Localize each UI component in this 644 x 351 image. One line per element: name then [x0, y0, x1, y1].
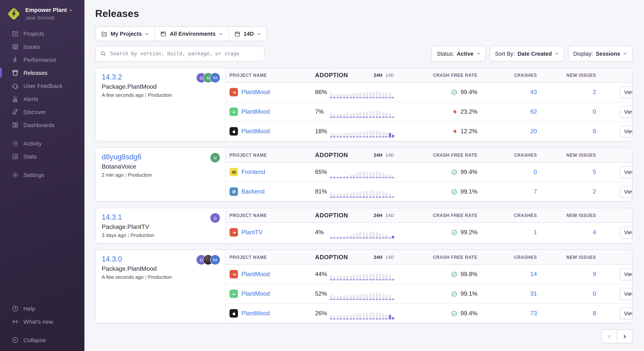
view-button[interactable]: View	[620, 268, 632, 280]
table-row: PlantMood 26% 99.4% 73 8 View	[226, 303, 632, 323]
project-link[interactable]: Frontend	[242, 169, 265, 176]
sidebar-item-releases[interactable]: Releases	[0, 66, 84, 79]
issues-icon	[12, 43, 19, 50]
new-issues-count[interactable]: 4	[593, 229, 596, 235]
trend-14d-toggle[interactable]: 14D	[386, 153, 394, 157]
org-switcher[interactable]: Empower Plant Jane Schmidt	[0, 0, 84, 27]
status-dropdown[interactable]: Status: Active	[432, 46, 486, 62]
sidebar-item-help[interactable]: Help	[0, 302, 84, 315]
avatar[interactable]: D	[210, 213, 220, 223]
projects-icon	[12, 30, 19, 37]
crash-free-value: 99.1%	[460, 188, 478, 195]
crashes-count[interactable]: 20	[530, 128, 537, 134]
trend-sparkline	[330, 309, 394, 319]
project-link[interactable]: PlantMood	[242, 271, 270, 278]
whats-new-icon	[12, 318, 19, 325]
project-link[interactable]: PlantMood	[242, 108, 270, 115]
discover-icon	[12, 108, 19, 115]
release-time: A few seconds ago	[102, 274, 144, 280]
sidebar-item-discover[interactable]: Discover	[0, 105, 84, 118]
crash-free-ok-icon	[451, 169, 458, 175]
view-button[interactable]: View	[620, 226, 632, 238]
sort-by-dropdown[interactable]: Sort By: Date Created	[490, 46, 564, 62]
view-button[interactable]: View	[620, 186, 632, 198]
sidebar-collapse-button[interactable]: Collapse	[0, 333, 84, 346]
crashes-count[interactable]: 43	[530, 89, 537, 95]
trend-24h-toggle[interactable]: 24H	[374, 213, 382, 218]
project-link[interactable]: PlantMood	[242, 290, 270, 297]
release-table: PROJECT NAME ADOPTION 24H 14D CRASH FREE…	[226, 68, 632, 141]
date-range-filter[interactable]: 14D	[228, 27, 266, 41]
trend-14d-toggle[interactable]: 14D	[386, 73, 394, 77]
project-link[interactable]: PlantTV	[242, 229, 262, 236]
chevron-right-icon	[622, 333, 628, 339]
release-version-link[interactable]: d8yug8sdg6	[102, 153, 219, 161]
new-issues-count[interactable]: 2	[593, 89, 596, 95]
search-input[interactable]	[110, 50, 260, 57]
project-filter[interactable]: My Projects	[96, 27, 154, 41]
trend-24h-toggle[interactable]: 24H	[374, 153, 382, 157]
view-button[interactable]: View	[620, 125, 632, 137]
view-button[interactable]: View	[620, 106, 632, 118]
avatar[interactable]: N	[210, 153, 220, 162]
environment-filter[interactable]: All Environments	[154, 27, 228, 41]
previous-page-button[interactable]	[602, 330, 617, 343]
trend-24h-toggle[interactable]: 24H	[374, 73, 382, 77]
sidebar-item-settings[interactable]: Settings	[0, 168, 84, 181]
sidebar-item-user-feedback[interactable]: User Feedback	[0, 79, 84, 92]
sidebar-item-whats-new[interactable]: What's new	[0, 315, 84, 328]
crashes-count[interactable]: 1	[534, 229, 537, 235]
release-info: 14.3.1 Package.PlantTV 3 days ago|Produc…	[96, 208, 226, 243]
release-version-link[interactable]: 14.3.1	[102, 213, 219, 222]
project-link[interactable]: PlantMood	[242, 310, 270, 317]
project-link[interactable]: Backend	[242, 188, 264, 195]
release-meta: 2 min ago|Production	[102, 172, 219, 178]
sidebar-item-projects[interactable]: Projects	[0, 27, 84, 40]
col-crash-free-rate: CRASH FREE RATE	[398, 255, 481, 259]
new-issues-count[interactable]: 0	[593, 108, 596, 115]
platform-icon-python	[230, 187, 238, 196]
crashes-count[interactable]: 0	[534, 169, 537, 175]
adoption-value: 26%	[311, 310, 332, 317]
sidebar-item-alerts[interactable]: Alerts	[0, 92, 84, 105]
new-issues-count[interactable]: 0	[593, 290, 596, 297]
trend-24h-toggle[interactable]: 24H	[374, 255, 382, 259]
display-dropdown[interactable]: Display: Sessions	[568, 46, 633, 62]
col-adoption: ADOPTION	[311, 72, 332, 79]
new-issues-count[interactable]: 8	[593, 128, 596, 134]
sidebar-item-performance[interactable]: Performance	[0, 53, 84, 66]
sidebar-item-stats[interactable]: Stats	[0, 150, 84, 163]
platform-icon-apple	[230, 127, 238, 136]
new-issues-count[interactable]: 2	[593, 188, 596, 195]
crashes-count[interactable]: 31	[530, 290, 537, 297]
project-link[interactable]: PlantMood	[242, 128, 270, 135]
sidebar-item-label: Settings	[24, 171, 44, 178]
new-issues-count[interactable]: 5	[593, 169, 596, 175]
trend-14d-toggle[interactable]: 14D	[386, 255, 394, 259]
trend-14d-toggle[interactable]: 14D	[386, 213, 394, 218]
crash-fire-icon	[451, 109, 458, 115]
view-button[interactable]: View	[620, 288, 632, 300]
release-avatars: D	[210, 213, 220, 223]
new-issues-count[interactable]: 8	[593, 310, 596, 316]
release-package: Package.PlantTV	[102, 223, 219, 230]
view-button[interactable]: View	[620, 86, 632, 98]
crashes-count[interactable]: 7	[534, 188, 537, 195]
alerts-icon	[12, 95, 19, 102]
view-button[interactable]: View	[620, 166, 632, 178]
next-page-button[interactable]	[617, 330, 632, 343]
sidebar-item-activity[interactable]: Activity	[0, 137, 84, 150]
adoption-value: 18%	[311, 128, 332, 135]
sidebar-item-issues[interactable]: Issues	[0, 40, 84, 53]
crashes-count[interactable]: 14	[530, 271, 537, 277]
view-button[interactable]: View	[620, 307, 632, 319]
platform-icon-swift	[230, 88, 238, 96]
trend-sparkline	[330, 228, 394, 238]
new-issues-count[interactable]: 9	[593, 271, 596, 277]
project-link[interactable]: PlantMood	[242, 89, 270, 96]
crashes-count[interactable]: 62	[530, 108, 537, 115]
crashes-count[interactable]: 73	[530, 310, 537, 316]
avatar[interactable]: RA	[210, 255, 220, 265]
avatar[interactable]: RA	[210, 73, 220, 83]
sidebar-item-dashboards[interactable]: Dashboards	[0, 118, 84, 131]
